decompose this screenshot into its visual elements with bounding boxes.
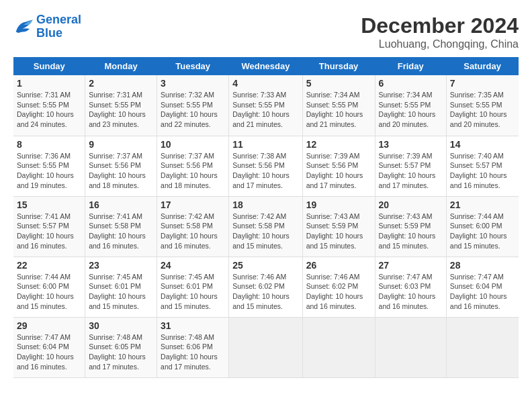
day-info: Sunrise: 7:45 AM Sunset: 6:01 PM Dayligh… [89, 272, 153, 312]
calendar-cell: 9Sunrise: 7:37 AM Sunset: 5:56 PM Daylig… [85, 136, 157, 196]
day-info: Sunrise: 7:38 AM Sunset: 5:56 PM Dayligh… [232, 151, 298, 191]
day-number: 28 [450, 260, 515, 271]
day-info: Sunrise: 7:47 AM Sunset: 6:04 PM Dayligh… [450, 272, 515, 312]
weekday-header: Tuesday [157, 57, 229, 75]
day-number: 13 [379, 139, 443, 150]
day-info: Sunrise: 7:47 AM Sunset: 6:03 PM Dayligh… [379, 272, 443, 312]
day-number: 7 [450, 78, 515, 89]
day-number: 31 [161, 320, 225, 331]
calendar-week-row: 22Sunrise: 7:44 AM Sunset: 6:00 PM Dayli… [13, 257, 519, 317]
day-info: Sunrise: 7:39 AM Sunset: 5:57 PM Dayligh… [379, 151, 443, 191]
calendar-header-row: SundayMondayTuesdayWednesdayThursdayFrid… [13, 57, 519, 75]
logo-bird-icon [13, 17, 34, 36]
calendar-cell: 29Sunrise: 7:47 AM Sunset: 6:04 PM Dayli… [13, 317, 85, 377]
day-info: Sunrise: 7:31 AM Sunset: 5:55 PM Dayligh… [89, 90, 153, 130]
day-info: Sunrise: 7:47 AM Sunset: 6:04 PM Dayligh… [17, 332, 81, 372]
day-info: Sunrise: 7:46 AM Sunset: 6:02 PM Dayligh… [232, 272, 298, 312]
day-number: 21 [450, 199, 515, 210]
day-info: Sunrise: 7:35 AM Sunset: 5:55 PM Dayligh… [450, 90, 515, 130]
calendar-week-row: 1Sunrise: 7:31 AM Sunset: 5:55 PM Daylig… [13, 75, 519, 136]
calendar-cell: 26Sunrise: 7:46 AM Sunset: 6:02 PM Dayli… [302, 257, 375, 317]
day-number: 19 [306, 199, 371, 210]
calendar-cell [229, 317, 302, 377]
day-info: Sunrise: 7:34 AM Sunset: 5:55 PM Dayligh… [306, 90, 371, 130]
calendar-cell: 30Sunrise: 7:48 AM Sunset: 6:05 PM Dayli… [85, 317, 157, 377]
day-number: 15 [17, 199, 81, 210]
weekday-header: Friday [375, 57, 446, 75]
calendar-cell: 4Sunrise: 7:33 AM Sunset: 5:55 PM Daylig… [229, 75, 302, 136]
calendar-week-row: 15Sunrise: 7:41 AM Sunset: 5:57 PM Dayli… [13, 196, 519, 257]
day-info: Sunrise: 7:41 AM Sunset: 5:57 PM Dayligh… [17, 212, 81, 251]
calendar-cell: 20Sunrise: 7:43 AM Sunset: 5:59 PM Dayli… [375, 196, 446, 257]
day-info: Sunrise: 7:33 AM Sunset: 5:55 PM Dayligh… [232, 90, 298, 130]
calendar-cell: 23Sunrise: 7:45 AM Sunset: 6:01 PM Dayli… [85, 257, 157, 317]
day-info: Sunrise: 7:46 AM Sunset: 6:02 PM Dayligh… [306, 272, 371, 312]
day-number: 9 [89, 139, 153, 150]
day-number: 18 [232, 199, 298, 210]
calendar-week-row: 8Sunrise: 7:36 AM Sunset: 5:55 PM Daylig… [13, 136, 519, 196]
day-info: Sunrise: 7:41 AM Sunset: 5:58 PM Dayligh… [89, 212, 153, 251]
weekday-header: Saturday [446, 57, 519, 75]
day-number: 14 [450, 139, 515, 150]
day-number: 5 [306, 78, 371, 89]
calendar-cell: 7Sunrise: 7:35 AM Sunset: 5:55 PM Daylig… [446, 75, 519, 136]
logo: General Blue [13, 13, 81, 40]
calendar-cell: 27Sunrise: 7:47 AM Sunset: 6:03 PM Dayli… [375, 257, 446, 317]
calendar-table: SundayMondayTuesdayWednesdayThursdayFrid… [13, 57, 519, 378]
calendar-cell: 12Sunrise: 7:39 AM Sunset: 5:56 PM Dayli… [302, 136, 375, 196]
title-section: December 2024 Luohuang, Chongqing, China [361, 13, 519, 50]
calendar-cell [375, 317, 446, 377]
day-number: 16 [89, 199, 153, 210]
day-number: 1 [17, 78, 81, 89]
calendar-cell: 6Sunrise: 7:34 AM Sunset: 5:55 PM Daylig… [375, 75, 446, 136]
day-number: 6 [379, 78, 443, 89]
calendar-cell: 3Sunrise: 7:32 AM Sunset: 5:55 PM Daylig… [157, 75, 229, 136]
calendar-cell: 14Sunrise: 7:40 AM Sunset: 5:57 PM Dayli… [446, 136, 519, 196]
day-info: Sunrise: 7:43 AM Sunset: 5:59 PM Dayligh… [379, 212, 443, 251]
header: General Blue December 2024 Luohuang, Cho… [13, 13, 519, 50]
day-info: Sunrise: 7:40 AM Sunset: 5:57 PM Dayligh… [450, 151, 515, 191]
day-number: 25 [232, 260, 298, 271]
calendar-cell [302, 317, 375, 377]
calendar-cell: 1Sunrise: 7:31 AM Sunset: 5:55 PM Daylig… [13, 75, 85, 136]
day-info: Sunrise: 7:44 AM Sunset: 6:00 PM Dayligh… [17, 272, 81, 312]
calendar-cell: 2Sunrise: 7:31 AM Sunset: 5:55 PM Daylig… [85, 75, 157, 136]
calendar-week-row: 29Sunrise: 7:47 AM Sunset: 6:04 PM Dayli… [13, 317, 519, 377]
day-number: 26 [306, 260, 371, 271]
calendar-cell: 10Sunrise: 7:37 AM Sunset: 5:56 PM Dayli… [157, 136, 229, 196]
calendar-cell: 22Sunrise: 7:44 AM Sunset: 6:00 PM Dayli… [13, 257, 85, 317]
weekday-header: Wednesday [229, 57, 302, 75]
weekday-header: Sunday [13, 57, 85, 75]
day-info: Sunrise: 7:44 AM Sunset: 6:00 PM Dayligh… [450, 212, 515, 251]
calendar-cell: 28Sunrise: 7:47 AM Sunset: 6:04 PM Dayli… [446, 257, 519, 317]
calendar-cell: 18Sunrise: 7:42 AM Sunset: 5:58 PM Dayli… [229, 196, 302, 257]
month-title: December 2024 [361, 13, 519, 38]
day-number: 27 [379, 260, 443, 271]
location-title: Luohuang, Chongqing, China [361, 38, 519, 50]
day-number: 10 [161, 139, 225, 150]
day-info: Sunrise: 7:31 AM Sunset: 5:55 PM Dayligh… [17, 90, 81, 130]
calendar-cell: 21Sunrise: 7:44 AM Sunset: 6:00 PM Dayli… [446, 196, 519, 257]
day-number: 3 [161, 78, 225, 89]
day-number: 22 [17, 260, 81, 271]
day-info: Sunrise: 7:45 AM Sunset: 6:01 PM Dayligh… [161, 272, 225, 312]
day-info: Sunrise: 7:48 AM Sunset: 6:06 PM Dayligh… [161, 332, 225, 372]
day-info: Sunrise: 7:48 AM Sunset: 6:05 PM Dayligh… [89, 332, 153, 372]
day-number: 24 [161, 260, 225, 271]
calendar-cell: 17Sunrise: 7:42 AM Sunset: 5:58 PM Dayli… [157, 196, 229, 257]
day-number: 17 [161, 199, 225, 210]
day-number: 23 [89, 260, 153, 271]
day-number: 11 [232, 139, 298, 150]
calendar-cell: 11Sunrise: 7:38 AM Sunset: 5:56 PM Dayli… [229, 136, 302, 196]
day-info: Sunrise: 7:36 AM Sunset: 5:55 PM Dayligh… [17, 151, 81, 191]
day-number: 30 [89, 320, 153, 331]
calendar-body: 1Sunrise: 7:31 AM Sunset: 5:55 PM Daylig… [13, 75, 519, 377]
day-info: Sunrise: 7:42 AM Sunset: 5:58 PM Dayligh… [161, 212, 225, 251]
day-number: 20 [379, 199, 443, 210]
calendar-cell: 8Sunrise: 7:36 AM Sunset: 5:55 PM Daylig… [13, 136, 85, 196]
weekday-header: Monday [85, 57, 157, 75]
calendar-cell: 16Sunrise: 7:41 AM Sunset: 5:58 PM Dayli… [85, 196, 157, 257]
day-info: Sunrise: 7:32 AM Sunset: 5:55 PM Dayligh… [161, 90, 225, 130]
calendar-cell: 15Sunrise: 7:41 AM Sunset: 5:57 PM Dayli… [13, 196, 85, 257]
day-number: 12 [306, 139, 371, 150]
